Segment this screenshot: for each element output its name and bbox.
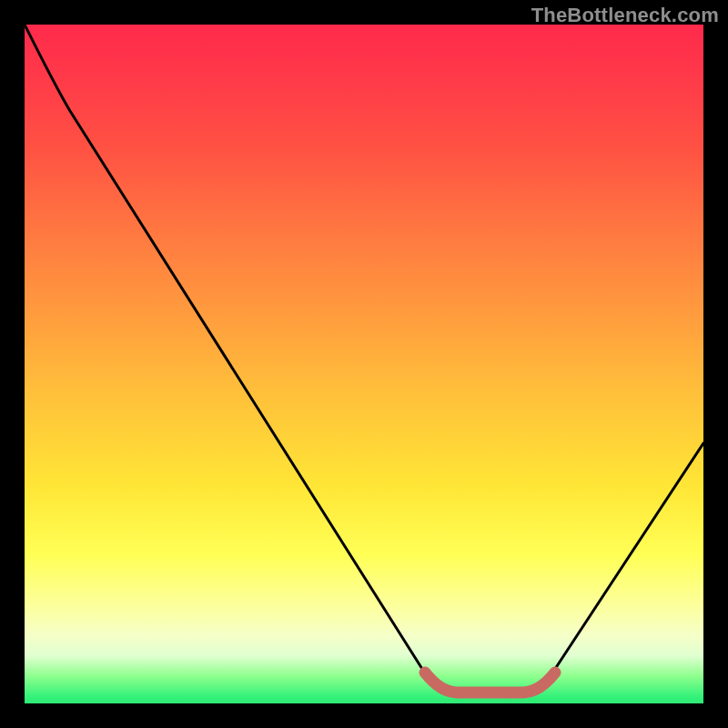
bottleneck-curve: [25, 25, 703, 691]
flat-segment-highlight: [425, 672, 555, 693]
curve-svg: [25, 25, 703, 703]
watermark: TheBottleneck.com: [531, 4, 719, 27]
plot-area: [25, 25, 703, 703]
chart-container: TheBottleneck.com: [0, 0, 728, 728]
